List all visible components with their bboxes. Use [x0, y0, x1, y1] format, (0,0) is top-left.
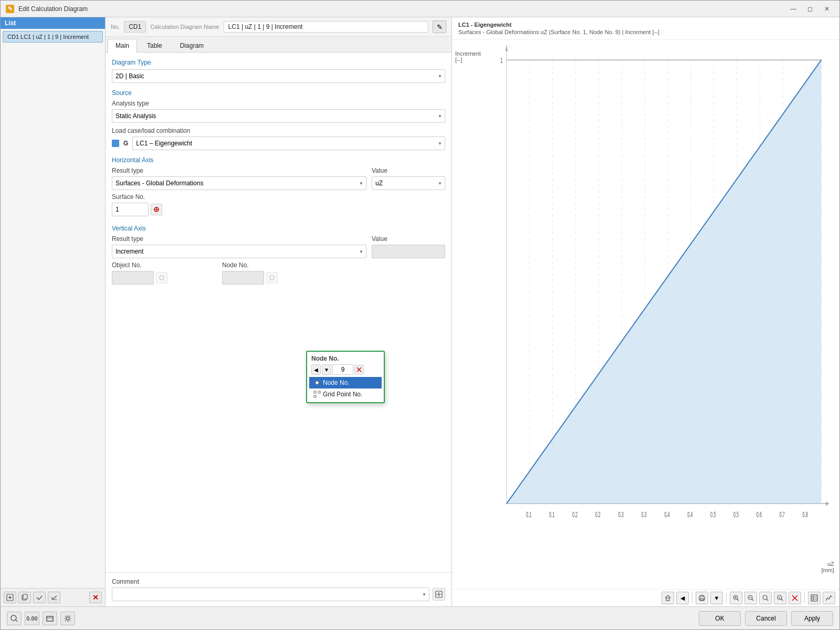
node-dropdown-button[interactable]: ▼	[322, 364, 331, 375]
svg-rect-75	[47, 616, 53, 621]
tab-diagram[interactable]: Diagram	[172, 39, 212, 52]
chart-print-dropdown[interactable]: ▼	[710, 592, 723, 604]
svg-text:X: X	[779, 596, 781, 600]
minimize-button[interactable]: —	[786, 4, 801, 14]
main-content: List CD1 LC1 | uZ | 1 | 9 | Increment	[1, 17, 839, 606]
list-header: List	[1, 17, 105, 29]
svg-text:0.4: 0.4	[664, 510, 669, 518]
chart-cross-button[interactable]	[789, 592, 801, 604]
svg-rect-10	[318, 391, 320, 393]
chart-table-button[interactable]	[808, 592, 821, 604]
v-object-no-pick-button[interactable]	[156, 272, 167, 284]
load-case-select[interactable]: LC1 – Eigengewicht	[132, 136, 445, 150]
h-value-select[interactable]: uZ	[372, 176, 445, 190]
bottom-number-button[interactable]: 0.00	[25, 612, 39, 625]
svg-text:0.1: 0.1	[526, 510, 531, 518]
comment-section: Comment	[106, 572, 452, 606]
svg-text:0.1: 0.1	[549, 510, 554, 518]
svg-marker-35	[826, 501, 829, 506]
menu-item-node-no[interactable]: Node No.	[309, 377, 382, 388]
svg-point-8	[316, 381, 319, 384]
copy-item-button[interactable]	[18, 592, 31, 603]
comment-add-button[interactable]	[433, 588, 445, 601]
v-node-no-pick-button[interactable]	[266, 272, 278, 284]
chart-zoom-fit-button[interactable]	[759, 592, 772, 604]
surface-no-label: Surface No.	[112, 193, 180, 201]
chart-back-button[interactable]: ◀	[676, 592, 689, 604]
chart-toolbar-separator3	[804, 593, 805, 603]
svg-text:0.2: 0.2	[595, 510, 601, 518]
cancel-button[interactable]: Cancel	[745, 611, 787, 626]
surface-no-input[interactable]: 1	[112, 203, 149, 216]
chart-zoom-x-button[interactable]: X	[774, 592, 786, 604]
bottom-left-tools: 0.00	[7, 612, 75, 625]
svg-point-12	[160, 276, 164, 280]
svg-text:0.3: 0.3	[618, 510, 624, 518]
ok-button[interactable]: OK	[699, 611, 741, 626]
node-popup-header: Node No.	[309, 354, 382, 363]
edit-name-button[interactable]: ✎	[433, 20, 446, 33]
chart-header: LC1 - Eigengewicht Surfaces - Global Def…	[452, 17, 839, 40]
node-popup: Node No. ◀ ▼ 9	[306, 351, 385, 403]
chart-zoom-in-button[interactable]	[730, 592, 742, 604]
chart-svg: 1 0.1 0.1 0.2 0.2 0.3 0.3 0.4 0.4 0.5 0.…	[484, 45, 829, 563]
chart-title-line2: Surfaces - Global Deformations uZ (Surfa…	[458, 29, 833, 35]
ok-mark-button[interactable]	[33, 592, 46, 603]
close-button[interactable]: ✕	[820, 4, 834, 14]
bottom-box-button[interactable]	[43, 612, 57, 625]
svg-text:0.7: 0.7	[780, 510, 785, 518]
x-axis-label: uZ [mm]	[822, 561, 834, 573]
chart-area: Increment [--] uZ [mm]	[452, 40, 839, 589]
svg-text:0.5: 0.5	[710, 510, 716, 518]
maximize-button[interactable]: ◻	[803, 4, 817, 14]
svg-point-73	[11, 615, 16, 621]
v-result-type-select[interactable]: Increment	[112, 245, 366, 258]
h-result-type-select[interactable]: Surfaces - Global Deformations	[112, 176, 366, 190]
chart-title-line1: LC1 - Eigengewicht	[458, 22, 833, 28]
diagram-type-select[interactable]: 2D | Basic	[112, 69, 445, 83]
menu-item-grid-point-no[interactable]: Grid Point No.	[309, 388, 382, 400]
v-axis-section-title: Vertical Axis	[112, 225, 445, 232]
y-axis-label: Increment [--]	[455, 50, 481, 63]
node-popup-close-button[interactable]	[354, 365, 364, 374]
svg-text:0.3: 0.3	[642, 510, 647, 518]
window-controls: — ◻ ✕	[786, 4, 834, 14]
chart-home-button[interactable]	[662, 592, 674, 604]
bottom-search-button[interactable]	[7, 612, 22, 625]
node-prev-button[interactable]: ◀	[311, 364, 321, 375]
no-value: CD1	[124, 21, 146, 33]
check-button[interactable]	[48, 592, 60, 603]
chart-zoom-out-button[interactable]	[744, 592, 757, 604]
comment-label: Comment	[112, 578, 445, 585]
delete-item-button[interactable]: ✕	[89, 592, 102, 603]
v-value-input	[372, 245, 445, 258]
svg-text:1: 1	[500, 56, 503, 65]
tab-main[interactable]: Main	[108, 39, 137, 52]
comment-select[interactable]	[112, 587, 429, 601]
list-item[interactable]: CD1 LC1 | uZ | 1 | 9 | Increment	[3, 31, 103, 43]
load-case-label: Load case/load combination	[112, 127, 445, 134]
bottom-settings-button[interactable]	[60, 612, 75, 625]
calc-name-value: LC1 | uZ | 1 | 9 | Increment	[224, 21, 428, 33]
svg-line-74	[16, 620, 17, 622]
svg-text:0.4: 0.4	[687, 510, 692, 518]
node-popup-input-row: ◀ ▼ 9	[309, 363, 382, 376]
h-axis-section-title: Horizontal Axis	[112, 156, 445, 164]
add-item-button[interactable]	[4, 592, 16, 603]
svg-rect-2	[23, 594, 27, 599]
node-no-popup-input[interactable]: 9	[332, 364, 353, 375]
apply-button[interactable]: Apply	[791, 611, 833, 626]
popup-menu: Node No. Grid Point No.	[309, 377, 382, 400]
analysis-type-select[interactable]: Static Analysis	[112, 109, 445, 123]
titlebar: ✎ Edit Calculation Diagram — ◻ ✕	[1, 1, 839, 17]
v-object-no-input	[112, 271, 154, 285]
tab-table[interactable]: Table	[139, 39, 170, 52]
left-panel-toolbar: ✕	[1, 588, 105, 606]
chart-print-button[interactable]	[696, 592, 708, 604]
calc-name-label: Calculation Diagram Name	[150, 24, 219, 30]
surface-no-pick-button[interactable]	[151, 204, 162, 215]
analysis-type-label: Analysis type	[112, 100, 445, 107]
tab-bar: Main Table Diagram	[106, 37, 452, 52]
chart-toolbar-separator1	[692, 593, 692, 603]
chart-graph-button[interactable]	[823, 592, 835, 604]
